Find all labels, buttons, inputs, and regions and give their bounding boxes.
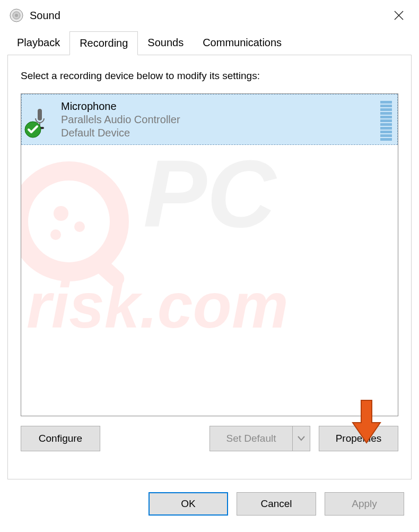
set-default-group: Set Default bbox=[210, 426, 310, 451]
configure-button[interactable]: Configure bbox=[21, 426, 100, 451]
apply-button[interactable]: Apply bbox=[325, 492, 404, 516]
properties-button[interactable]: Properties bbox=[319, 426, 398, 451]
level-meter bbox=[380, 98, 392, 141]
panel-button-row: Configure Set Default Properties bbox=[21, 426, 398, 451]
cancel-button[interactable]: Cancel bbox=[237, 492, 316, 516]
tab-recording[interactable]: Recording bbox=[69, 31, 138, 55]
svg-text:PC: PC bbox=[143, 140, 277, 247]
svg-text:risk.com: risk.com bbox=[27, 270, 289, 341]
dialog-button-row: OK Cancel Apply bbox=[0, 479, 419, 516]
default-check-icon bbox=[24, 121, 42, 139]
title-bar: Sound bbox=[0, 0, 419, 31]
chevron-down-icon bbox=[298, 436, 305, 441]
panel-instruction: Select a recording device below to modif… bbox=[21, 70, 398, 82]
close-button[interactable] bbox=[387, 4, 411, 27]
device-list[interactable]: PC risk.com Microphone Parallels Audio bbox=[21, 93, 398, 416]
svg-point-8 bbox=[74, 221, 85, 232]
svg-rect-9 bbox=[89, 253, 127, 290]
tab-sounds[interactable]: Sounds bbox=[138, 31, 193, 55]
window-title: Sound bbox=[30, 10, 60, 22]
close-icon bbox=[394, 11, 404, 20]
svg-point-2 bbox=[15, 14, 18, 17]
tab-communications[interactable]: Communications bbox=[193, 31, 291, 55]
svg-point-7 bbox=[50, 229, 61, 240]
device-name: Microphone bbox=[61, 100, 380, 113]
device-item-microphone[interactable]: Microphone Parallels Audio Controller De… bbox=[21, 94, 398, 145]
sound-icon bbox=[10, 8, 23, 22]
svg-point-5 bbox=[21, 171, 119, 272]
svg-rect-12 bbox=[38, 109, 42, 121]
svg-point-6 bbox=[54, 206, 68, 221]
device-icon bbox=[25, 108, 55, 131]
tab-strip: Playback Recording Sounds Communications bbox=[0, 31, 419, 55]
recording-panel: Select a recording device below to modif… bbox=[7, 55, 412, 479]
set-default-button[interactable]: Set Default bbox=[210, 426, 292, 451]
ok-button[interactable]: OK bbox=[149, 492, 228, 516]
tab-playback[interactable]: Playback bbox=[7, 31, 69, 55]
set-default-dropdown[interactable] bbox=[292, 426, 310, 451]
device-status: Default Device bbox=[61, 127, 380, 139]
device-driver: Parallels Audio Controller bbox=[61, 114, 380, 126]
device-text: Microphone Parallels Audio Controller De… bbox=[55, 100, 380, 139]
